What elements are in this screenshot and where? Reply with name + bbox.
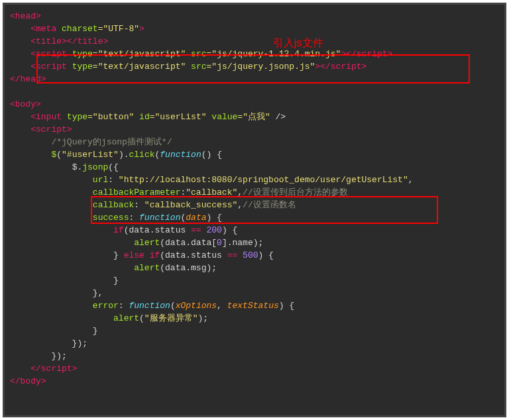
code-screenshot-frame: <head> <meta charset="UTF-8"> <title></t…	[3, 3, 506, 417]
code-block: <head> <meta charset="UTF-8"> <title></t…	[5, 5, 504, 393]
annotation-label: 引入js文件	[273, 36, 323, 50]
